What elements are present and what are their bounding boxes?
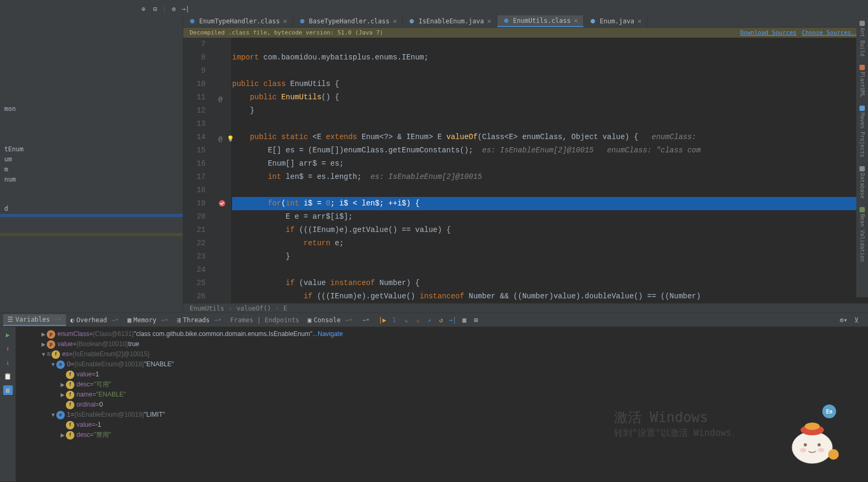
override-icon[interactable]: @	[218, 93, 227, 101]
code-line[interactable]: public EnumUtils() {	[232, 91, 868, 104]
run-cursor-icon[interactable]: →|	[448, 316, 457, 324]
tree-item[interactable]: num	[0, 174, 183, 185]
close-icon[interactable]: ×	[283, 17, 287, 25]
code-line[interactable]	[232, 184, 868, 197]
code-line[interactable]: }	[232, 250, 868, 263]
code-line[interactable]: public static <E extends Enum<?> & IEnum…	[232, 131, 868, 144]
code-editor[interactable]: 7891011121314151617181920212223242526 @@…	[183, 38, 868, 303]
expand-arrow-icon[interactable]: ▶	[59, 390, 66, 400]
hide-icon[interactable]: →|	[181, 5, 190, 13]
close-icon[interactable]: ×	[393, 17, 397, 25]
drop-frame-icon[interactable]: ↺	[437, 316, 445, 324]
language-indicator[interactable]: En	[822, 404, 836, 418]
tree-item[interactable]	[0, 58, 183, 61]
right-tool-tab[interactable]: Maven Projects	[857, 102, 867, 160]
expand-arrow-icon[interactable]: ▼	[50, 410, 56, 420]
line-gutter[interactable]: 7891011121314151617181920212223242526	[183, 38, 215, 303]
variable-row[interactable]: ▼e1 = {IsEnableEnum@10019} "LIMIT"	[16, 410, 868, 420]
project-tree[interactable]: montEnumummnumd	[0, 15, 183, 313]
close-icon[interactable]: ×	[637, 17, 642, 25]
code-line[interactable]: }	[232, 104, 868, 117]
right-tool-tab[interactable]: Ant Build	[857, 18, 867, 59]
pin-icon[interactable]: ⊻	[852, 316, 861, 324]
variables-tree[interactable]: ▶penumClass = {Class@6131} "class com.gi…	[16, 327, 868, 481]
debug-tab[interactable]: ⇶Threads→•	[173, 314, 226, 326]
collapse-icon[interactable]: ⊟	[151, 5, 159, 13]
right-tool-tab[interactable]: Bean Validation	[857, 204, 867, 265]
code-line[interactable]: return e;	[232, 237, 868, 250]
code-line[interactable]	[232, 117, 868, 131]
expand-arrow-icon[interactable]: ▼	[50, 359, 56, 369]
bc-type[interactable]: E	[284, 305, 287, 312]
variable-row[interactable]: ▼≡fes = {IsEnableEnum[2]@10015}	[16, 349, 868, 359]
code-line[interactable]: if (value instanceof Number) {	[232, 277, 868, 290]
file-tab[interactable]: BaseTypeHandler.class×	[293, 15, 403, 27]
step-into-icon[interactable]: ↘	[402, 316, 410, 324]
down-icon[interactable]: ↓	[3, 358, 13, 367]
trace-icon[interactable]: ⊞	[472, 316, 480, 324]
console-arrow-icon[interactable]: →•	[358, 315, 374, 325]
code-line[interactable]	[232, 64, 868, 78]
step-last-icon[interactable]: |▶	[378, 316, 387, 324]
file-tab[interactable]: Enum.java×	[584, 15, 648, 27]
bc-method[interactable]: valueOf()	[236, 305, 271, 312]
override-icon[interactable]: @	[218, 133, 227, 141]
close-icon[interactable]: ×	[574, 16, 578, 24]
gear-icon[interactable]: ⚙▾	[839, 316, 848, 324]
variable-row[interactable]: fvalue = 1	[16, 369, 868, 380]
target-icon[interactable]: ⊕	[139, 5, 148, 13]
navigate-link[interactable]: Navigate	[318, 329, 343, 339]
step-over-icon[interactable]: ⤵	[390, 316, 398, 324]
bc-class[interactable]: EnumUtils	[190, 305, 224, 312]
code-lines[interactable]: import com.baomidou.mybatisplus.enums.IE…	[231, 38, 868, 303]
code-line[interactable]: int len$ = es.length; es: IsEnableEnum[2…	[232, 170, 868, 184]
editor-breadcrumb[interactable]: EnumUtils › valueOf() › E	[183, 303, 868, 313]
file-tab[interactable]: EnumUtils.class×	[497, 15, 584, 27]
variable-row[interactable]: ▶penumClass = {Class@6131} "class com.gi…	[16, 329, 868, 339]
right-tool-tab[interactable]: Database	[857, 163, 867, 202]
code-line[interactable]: import com.baomidou.mybatisplus.enums.IE…	[232, 51, 868, 64]
variable-row[interactable]: ▼e0 = {IsEnableEnum@10018} "ENABLE"	[16, 359, 868, 369]
download-sources-link[interactable]: Download Sources	[740, 29, 796, 36]
tree-item[interactable]: tEnum	[0, 144, 183, 154]
file-tab[interactable]: EnumTypeHandler.class×	[183, 15, 293, 27]
code-line[interactable]: E[] es = (Enum[])enumClass.getEnumConsta…	[232, 144, 868, 157]
expand-arrow-icon[interactable]: ▶	[59, 380, 66, 390]
code-line[interactable]: E e = arr$[i$];	[232, 210, 868, 223]
breakpoint-icon[interactable]	[218, 200, 227, 208]
expand-arrow-icon[interactable]: ▶	[59, 430, 66, 440]
tree-item[interactable]: m	[0, 164, 183, 175]
code-line[interactable]	[232, 38, 868, 51]
expand-arrow-icon[interactable]: ▼	[40, 349, 47, 359]
code-line[interactable]: public class EnumUtils {	[232, 78, 868, 91]
code-line[interactable]	[232, 263, 868, 277]
view-icon[interactable]: ▦	[3, 385, 13, 395]
clipboard-icon[interactable]: 📋	[3, 372, 13, 381]
close-icon[interactable]: ×	[487, 17, 491, 25]
code-line[interactable]: Enum[] arr$ = es;	[232, 157, 868, 170]
variable-row[interactable]: ▶pvalue = {Boolean@10010} true	[16, 339, 868, 349]
right-tool-tab[interactable]: PlantUML	[857, 62, 867, 100]
gutter-icons[interactable]: @@💡	[215, 38, 231, 303]
variable-row[interactable]: ▶fname = "ENABLE"	[16, 390, 868, 400]
code-line[interactable]: for(int i$ = 0; i$ < len$; ++i$) {	[232, 197, 868, 210]
variable-row[interactable]: fordinal = 0	[16, 400, 868, 410]
step-out-icon[interactable]: ↗	[425, 316, 433, 324]
debug-tab[interactable]: ▦Memory→•	[123, 314, 173, 326]
resume-icon[interactable]: ▶	[3, 330, 13, 340]
file-tab[interactable]: IsEnableEnum.java×	[403, 15, 497, 27]
up-icon[interactable]: ↑	[3, 344, 13, 354]
code-line[interactable]: if (((IEnum)e).getValue() == value) {	[232, 223, 868, 237]
force-step-icon[interactable]: ↘	[413, 316, 422, 324]
tree-item[interactable]: d	[0, 203, 183, 214]
expand-arrow-icon[interactable]: ▶	[40, 339, 47, 349]
debug-tab[interactable]: Frames | Endpoints	[226, 314, 303, 326]
tree-item[interactable]: um	[0, 154, 183, 165]
choose-sources-link[interactable]: Choose Sources...	[802, 29, 862, 36]
tree-item[interactable]	[0, 214, 183, 217]
variable-row[interactable]: ▶fdesc = "禁用"	[16, 430, 868, 440]
tree-item[interactable]	[0, 233, 183, 236]
expand-arrow-icon[interactable]: ▶	[40, 329, 47, 339]
evaluate-icon[interactable]: ▦	[460, 316, 469, 324]
variable-row[interactable]: fvalue = -1	[16, 420, 868, 430]
